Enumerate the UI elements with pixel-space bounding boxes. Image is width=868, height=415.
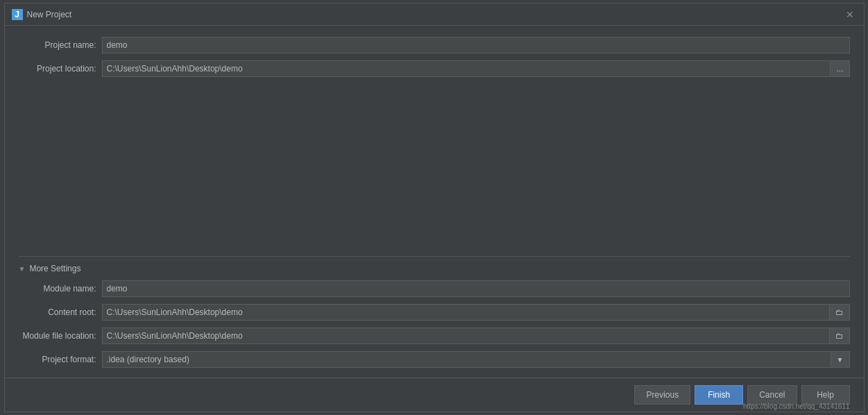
- project-location-browse-button[interactable]: ...: [831, 60, 849, 77]
- dialog-title: New Project: [27, 10, 72, 19]
- content-root-row: Content root: 🗀: [19, 304, 850, 321]
- project-format-input[interactable]: [102, 351, 831, 368]
- module-file-location-browse-button[interactable]: 🗀: [830, 328, 850, 344]
- project-format-label: Project format:: [19, 355, 102, 364]
- middle-spacer: [19, 84, 850, 256]
- project-location-input-wrap: ...: [102, 60, 850, 77]
- project-name-row: Project name:: [19, 37, 850, 53]
- more-settings-section: ▼ More Settings Module name: Content roo…: [19, 256, 850, 375]
- module-name-input[interactable]: [102, 280, 850, 297]
- module-file-location-input[interactable]: [102, 328, 830, 344]
- more-settings-label: More Settings: [29, 264, 80, 273]
- title-bar-left: J New Project: [12, 9, 72, 20]
- module-file-location-input-wrap: 🗀: [102, 328, 850, 344]
- cancel-button[interactable]: Cancel: [747, 385, 797, 405]
- content-root-input[interactable]: [102, 304, 830, 321]
- project-location-row: Project location: ...: [19, 60, 850, 77]
- title-bar: J New Project ✕: [5, 3, 864, 26]
- previous-button[interactable]: Previous: [634, 385, 690, 405]
- module-file-location-row: Module file location: 🗀: [19, 328, 850, 344]
- new-project-dialog: J New Project ✕ Project name: Project lo…: [4, 3, 865, 412]
- app-icon: J: [12, 9, 23, 20]
- project-format-dropdown-arrow[interactable]: ▼: [831, 351, 850, 368]
- project-location-label: Project location:: [19, 64, 102, 74]
- content-root-browse-button[interactable]: 🗀: [830, 304, 850, 321]
- project-name-label: Project name:: [19, 40, 102, 50]
- collapse-triangle-icon: ▼: [19, 265, 26, 273]
- module-name-label: Module name:: [19, 284, 102, 294]
- watermark: https://blog.csdn.net/qq_43141611: [743, 403, 849, 410]
- module-file-location-label: Module file location:: [19, 331, 102, 341]
- close-button[interactable]: ✕: [843, 8, 857, 22]
- project-format-input-wrap: ▼: [102, 351, 850, 368]
- more-settings-header[interactable]: ▼ More Settings: [19, 264, 850, 273]
- help-button[interactable]: Help: [801, 385, 850, 405]
- content-root-input-wrap: 🗀: [102, 304, 850, 321]
- footer: Previous Finish Cancel Help: [5, 378, 864, 412]
- module-name-row: Module name:: [19, 280, 850, 297]
- content-area: Project name: Project location: ... ▼ Mo…: [5, 26, 864, 375]
- finish-button[interactable]: Finish: [695, 385, 743, 405]
- project-location-input[interactable]: [102, 60, 831, 77]
- content-root-label: Content root:: [19, 307, 102, 317]
- project-name-input[interactable]: [102, 37, 850, 53]
- module-name-input-wrap: [102, 280, 850, 297]
- project-format-row: Project format: ▼: [19, 351, 850, 368]
- project-name-input-wrap: [102, 37, 850, 53]
